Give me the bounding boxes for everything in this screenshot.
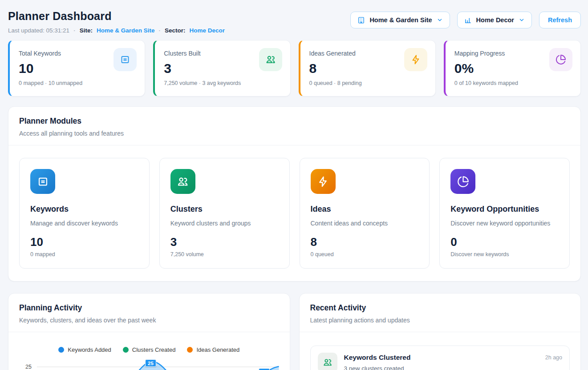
stat-card-clusters-built: Clusters Built 3 7,250 volume · 3 avg ke… — [153, 40, 290, 97]
sector-selector-button[interactable]: Home Decor — [457, 12, 532, 28]
module-title: Ideas — [311, 205, 419, 214]
chevron-down-icon — [519, 17, 525, 23]
planning-activity-subtitle: Keywords, clusters, and ideas over the p… — [19, 317, 279, 324]
pie-chart-icon — [450, 169, 475, 194]
stat-subtext: 0 of 10 keywords mapped — [454, 80, 518, 86]
stat-subtext: 0 queued · 8 pending — [309, 80, 362, 86]
activity-item-keywords-clustered: Keywords Clustered 3 new clusters create… — [310, 346, 570, 370]
stat-value: 3 — [164, 61, 241, 76]
meta-separator: · — [158, 27, 161, 34]
file-lines-icon — [114, 48, 137, 71]
header-left: Planner Dashboard Last updated: 05:31:21… — [8, 7, 225, 34]
planning-activity-title: Planning Activity — [19, 303, 279, 313]
activity-description: 3 new clusters created — [344, 365, 539, 370]
stat-card-total-keywords: Total Keywords 10 0 mapped · 10 unmapped — [8, 40, 145, 97]
legend-label: Ideas Generated — [196, 346, 239, 353]
meta-separator: · — [73, 27, 76, 34]
stat-value: 10 — [19, 61, 82, 76]
legend-item-clusters-created[interactable]: Clusters Created — [123, 346, 176, 353]
stat-label: Total Keywords — [19, 50, 82, 57]
activity-chart: 25 25 24 — [8, 358, 290, 370]
site-selector-value: Home & Garden Site — [369, 16, 432, 24]
bottom-row: Planning Activity Keywords, clusters, an… — [8, 293, 581, 370]
recent-activity-title: Recent Activity — [310, 303, 570, 313]
stat-subtext: 7,250 volume · 3 avg keywords — [164, 80, 241, 86]
file-lines-icon — [30, 169, 55, 194]
module-subtext: Discover new keywords — [450, 251, 559, 257]
module-value: 10 — [30, 235, 138, 249]
building-icon — [357, 16, 365, 24]
recent-activity-header: Recent Activity Latest planning actions … — [300, 294, 581, 332]
stat-label: Ideas Generated — [309, 50, 362, 57]
sector-selector-value: Home Decor — [476, 16, 514, 24]
module-card-ideas[interactable]: Ideas Content ideas and concepts 8 0 que… — [300, 158, 430, 269]
legend-dot — [187, 347, 193, 353]
page-header: Planner Dashboard Last updated: 05:31:21… — [8, 7, 581, 34]
stat-cards-row: Total Keywords 10 0 mapped · 10 unmapped… — [8, 40, 581, 97]
area-chart-svg — [37, 358, 279, 370]
chevron-down-icon — [437, 17, 443, 23]
stat-value: 8 — [309, 61, 362, 76]
legend-label: Keywords Added — [68, 346, 111, 353]
module-card-keyword-opportunities[interactable]: Keyword Opportunities Discover new keywo… — [439, 158, 570, 269]
divider — [8, 332, 290, 332]
header-controls: Home & Garden Site Home Decor Refresh — [350, 12, 581, 28]
modules-grid: Keywords Manage and discover keywords 10… — [8, 145, 580, 281]
bolt-icon — [311, 169, 336, 194]
legend-dot — [123, 347, 129, 353]
bolt-icon — [404, 48, 427, 71]
users-icon — [170, 169, 195, 194]
pie-chart-icon — [549, 48, 572, 71]
module-description: Keyword clusters and groups — [170, 220, 279, 227]
planner-modules-title: Planner Modules — [19, 117, 570, 126]
planner-modules-subtitle: Access all planning tools and features — [19, 130, 570, 137]
site-label: Site: — [80, 27, 93, 34]
activity-timestamp: 2h ago — [545, 354, 562, 361]
sector-link[interactable]: Home Decor — [189, 27, 225, 34]
planning-activity-panel: Planning Activity Keywords, clusters, an… — [8, 293, 290, 370]
recent-activity-panel: Recent Activity Latest planning actions … — [299, 293, 581, 370]
module-description: Content ideas and concepts — [311, 220, 419, 227]
module-title: Clusters — [170, 205, 279, 214]
planner-modules-header: Planner Modules Access all planning tool… — [8, 107, 580, 145]
chart-legend: Keywords Added Clusters Created Ideas Ge… — [8, 346, 290, 353]
stat-label: Mapping Progress — [454, 50, 518, 57]
module-value: 8 — [311, 235, 419, 249]
planner-modules-panel: Planner Modules Access all planning tool… — [8, 106, 581, 282]
planning-activity-header: Planning Activity Keywords, clusters, an… — [8, 294, 290, 332]
module-subtext: 0 queued — [311, 251, 419, 257]
y-axis-tick-25: 25 — [17, 358, 37, 370]
legend-label: Clusters Created — [132, 346, 176, 353]
stat-value: 0% — [454, 61, 518, 76]
data-point-label: 24 — [259, 368, 270, 370]
stat-card-ideas-generated: Ideas Generated 8 0 queued · 8 pending — [299, 40, 436, 97]
module-title: Keyword Opportunities — [450, 205, 559, 214]
last-updated-text: Last updated: 05:31:21 — [8, 27, 69, 34]
module-description: Discover new keyword opportunities — [450, 220, 559, 227]
users-icon — [259, 48, 282, 71]
module-value: 3 — [170, 235, 279, 249]
module-value: 0 — [450, 235, 559, 249]
data-point-label: 25 — [145, 359, 156, 367]
refresh-button[interactable]: Refresh — [539, 12, 581, 28]
activity-title: Keywords Clustered — [344, 354, 539, 362]
site-selector-button[interactable]: Home & Garden Site — [350, 12, 450, 28]
legend-item-ideas-generated[interactable]: Ideas Generated — [187, 346, 239, 353]
recent-activity-subtitle: Latest planning actions and updates — [310, 317, 570, 324]
planner-dashboard-page: Planner Dashboard Last updated: 05:31:21… — [0, 0, 588, 370]
stat-label: Clusters Built — [164, 50, 241, 57]
site-link[interactable]: Home & Garden Site — [97, 27, 155, 34]
chart-plot-area: 25 24 — [37, 358, 279, 370]
module-card-clusters[interactable]: Clusters Keyword clusters and groups 3 7… — [159, 158, 290, 269]
module-description: Manage and discover keywords — [30, 220, 138, 227]
module-title: Keywords — [30, 205, 138, 214]
users-icon — [318, 353, 337, 370]
stat-card-mapping-progress: Mapping Progress 0% 0 of 10 keywords map… — [444, 40, 581, 97]
module-subtext: 7,250 volume — [170, 251, 279, 257]
legend-item-keywords-added[interactable]: Keywords Added — [58, 346, 111, 353]
bar-chart-icon — [464, 16, 472, 24]
divider — [300, 332, 581, 332]
module-card-keywords[interactable]: Keywords Manage and discover keywords 10… — [19, 158, 150, 269]
sector-label: Sector: — [165, 27, 186, 34]
page-title: Planner Dashboard — [8, 10, 225, 23]
